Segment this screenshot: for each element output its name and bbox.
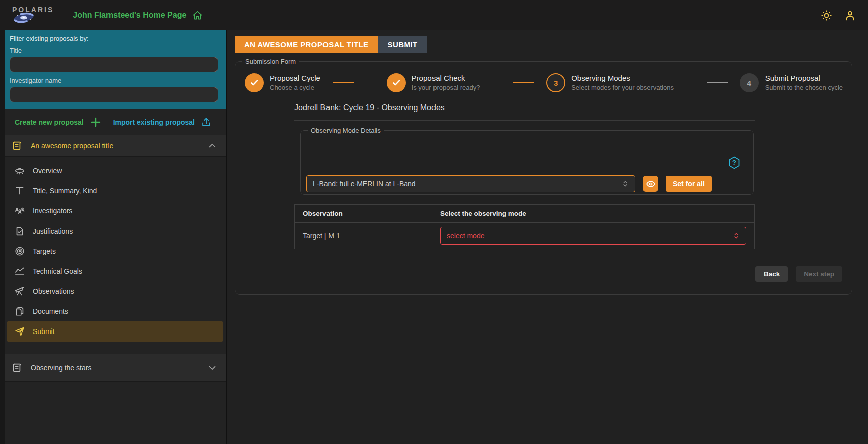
tab-proposal-title[interactable]: AN AWESOME PROPOSAL TITLE bbox=[235, 36, 378, 53]
sidebar: Filter existing proposals by: Title Inve… bbox=[0, 30, 227, 444]
sidebar-spacer bbox=[5, 342, 226, 354]
document-check-icon bbox=[14, 226, 25, 237]
submission-form-panel: Submission Form Proposal Cycle Choose a … bbox=[235, 58, 852, 295]
scroll-icon bbox=[11, 362, 22, 373]
row-mode-select[interactable]: select mode bbox=[440, 227, 746, 245]
next-step-button[interactable]: Next step bbox=[796, 266, 842, 282]
home-icon bbox=[192, 10, 203, 21]
home-link-label: John Flamsteed's Home Page bbox=[73, 11, 186, 20]
ufo-icon bbox=[14, 165, 25, 176]
wizard-buttons: Back Next step bbox=[235, 266, 842, 282]
help-button[interactable]: ? bbox=[728, 156, 740, 169]
sidebar-fill bbox=[5, 382, 226, 444]
observation-cell: Target | M 1 bbox=[295, 223, 432, 249]
telescope-icon bbox=[14, 286, 25, 297]
step-subtitle: Choose a cycle bbox=[270, 84, 320, 92]
check-icon bbox=[249, 78, 259, 88]
heading-divider bbox=[294, 120, 755, 121]
sidebar-item-justifications[interactable]: Justifications bbox=[7, 221, 223, 241]
create-proposal-button[interactable]: Create new proposal bbox=[15, 116, 102, 128]
letter-t-icon bbox=[14, 185, 25, 196]
sidebar-item-label: Submit bbox=[33, 327, 55, 336]
proposal-group-awesome-title[interactable]: An awesome proposal title bbox=[5, 135, 226, 157]
proposal-section-nav: Overview Title, Summary, Kind bbox=[5, 157, 226, 342]
column-header-observation: Observation bbox=[295, 205, 432, 223]
sidebar-item-label: Overview bbox=[33, 167, 62, 175]
sidebar-item-label: Observations bbox=[33, 287, 74, 295]
sidebar-item-submit[interactable]: Submit bbox=[7, 321, 223, 342]
sidebar-item-documents[interactable]: Documents bbox=[7, 301, 223, 321]
proposal-title: Observing the stars bbox=[31, 364, 91, 372]
mode-selector-row: L-Band: full e-MERLIN at L-Band Set fo bbox=[306, 175, 712, 192]
paper-plane-icon bbox=[14, 326, 25, 337]
observing-mode-details-legend: Observing Mode Details bbox=[308, 127, 384, 134]
proposal-group-observing-the-stars[interactable]: Observing the stars bbox=[5, 354, 226, 382]
theme-toggle-button[interactable] bbox=[821, 10, 832, 21]
filter-investigator-label: Investigator name bbox=[10, 77, 218, 84]
step-active-circle: 3 bbox=[546, 73, 565, 92]
import-proposal-button[interactable]: Import existing proposal bbox=[113, 117, 212, 128]
observing-mode-details-panel: Observing Mode Details ? L-Band: full e-… bbox=[300, 127, 754, 195]
account-button[interactable] bbox=[844, 10, 856, 21]
step-complete-circle bbox=[387, 73, 406, 92]
sidebar-item-label: Targets bbox=[33, 247, 56, 255]
back-button[interactable]: Back bbox=[755, 266, 788, 282]
sidebar-item-title-summary-kind[interactable]: Title, Summary, Kind bbox=[7, 181, 223, 201]
plus-icon bbox=[90, 116, 102, 128]
polaris-logo[interactable]: POLARIS bbox=[12, 6, 54, 24]
proposal-filter-panel: Filter existing proposals by: Title Inve… bbox=[5, 30, 226, 109]
sidebar-item-label: Investigators bbox=[33, 207, 72, 215]
step-submit-proposal: 4 Submit Proposal Submit to the chosen c… bbox=[740, 73, 843, 92]
home-link[interactable]: John Flamsteed's Home Page bbox=[73, 10, 203, 21]
top-bar: POLARIS John Flamsteed's Home Page bbox=[0, 0, 868, 30]
sidebar-item-observations[interactable]: Observations bbox=[7, 281, 223, 301]
step-subtitle: Select modes for your observations bbox=[571, 84, 674, 92]
step-proposal-check: Proposal Check Is your proposal ready? bbox=[387, 73, 480, 92]
filter-investigator-input[interactable] bbox=[10, 87, 218, 102]
chevron-up-icon[interactable] bbox=[207, 140, 218, 151]
eye-icon bbox=[646, 179, 656, 189]
observations-mode-table: Observation Select the observing mode Ta… bbox=[294, 204, 755, 249]
proposal-title: An awesome proposal title bbox=[31, 142, 113, 150]
table-row: Target | M 1 select mode bbox=[295, 223, 755, 249]
step-subtitle: Submit to the chosen cycle bbox=[765, 84, 843, 92]
set-for-all-button[interactable]: Set for all bbox=[666, 176, 712, 192]
observing-mode-select[interactable]: L-Band: full e-MERLIN at L-Band bbox=[306, 175, 635, 192]
view-mode-button[interactable] bbox=[643, 176, 658, 192]
stepper-connector bbox=[513, 82, 534, 83]
upload-icon bbox=[201, 117, 212, 128]
tab-submit[interactable]: SUBMIT bbox=[378, 36, 427, 53]
person-icon bbox=[844, 10, 856, 21]
sidebar-column: Filter existing proposals by: Title Inve… bbox=[5, 30, 226, 444]
step-observing-modes: 3 Observing Modes Select modes for your … bbox=[546, 73, 674, 92]
stepper-connector bbox=[707, 82, 728, 83]
sidebar-item-technical-goals[interactable]: Technical Goals bbox=[7, 261, 223, 281]
scroll-icon bbox=[11, 140, 22, 151]
sidebar-item-label: Technical Goals bbox=[33, 267, 82, 275]
step-title: Submit Proposal bbox=[765, 74, 843, 83]
cycle-heading: Jodrell Bank: Cycle 19 - Observing Modes bbox=[294, 103, 755, 113]
bullseye-icon bbox=[14, 246, 25, 257]
main-content: AN AWESOME PROPOSAL TITLE SUBMIT Submiss… bbox=[227, 30, 868, 444]
filter-title-label: Title bbox=[10, 47, 218, 54]
table-header-row: Observation Select the observing mode bbox=[295, 205, 755, 223]
step-title: Proposal Check bbox=[412, 74, 480, 83]
step-content: Jodrell Bank: Cycle 19 - Observing Modes… bbox=[294, 103, 755, 249]
submission-form-legend: Submission Form bbox=[242, 58, 299, 65]
proposal-tabs: AN AWESOME PROPOSAL TITLE SUBMIT bbox=[235, 36, 868, 53]
create-proposal-label: Create new proposal bbox=[15, 118, 84, 126]
sidebar-item-targets[interactable]: Targets bbox=[7, 241, 223, 261]
chart-icon bbox=[14, 266, 25, 277]
step-proposal-cycle: Proposal Cycle Choose a cycle bbox=[245, 73, 320, 92]
row-mode-select-placeholder: select mode bbox=[447, 232, 484, 240]
step-title: Proposal Cycle bbox=[270, 74, 320, 83]
sidebar-item-investigators[interactable]: Investigators bbox=[7, 201, 223, 221]
filter-title-input[interactable] bbox=[10, 57, 218, 72]
sidebar-item-label: Documents bbox=[33, 307, 68, 315]
sidebar-item-overview[interactable]: Overview bbox=[7, 161, 223, 181]
step-title: Observing Modes bbox=[571, 74, 674, 83]
proposal-actions-row: Create new proposal Import existing prop… bbox=[5, 109, 226, 135]
step-subtitle: Is your proposal ready? bbox=[412, 84, 480, 92]
observing-mode-select-value: L-Band: full e-MERLIN at L-Band bbox=[313, 180, 416, 188]
chevron-down-icon[interactable] bbox=[207, 362, 218, 373]
